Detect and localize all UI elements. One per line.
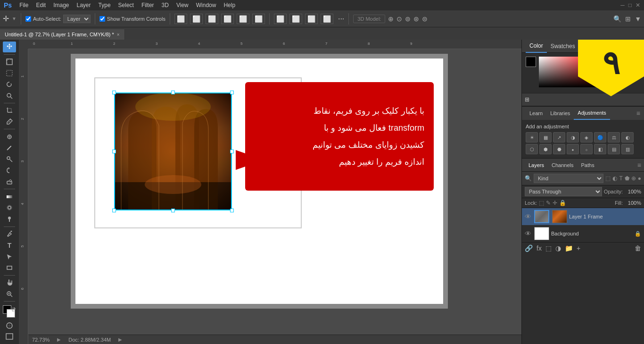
layer-item-frame[interactable]: 👁 Layer 1 Frame — [522, 208, 644, 225]
screen-mode-btn[interactable] — [3, 331, 16, 342]
align-middle-btn[interactable]: ⬜ — [237, 14, 249, 24]
fill-value[interactable]: 100% — [625, 200, 641, 206]
layers-kind-select[interactable]: Kind — [534, 174, 603, 183]
distribute-1-btn[interactable]: ⬜ — [274, 14, 287, 24]
quick-mask-btn[interactable] — [3, 320, 16, 331]
zoom-tool[interactable] — [3, 288, 16, 299]
move-tool-icon[interactable]: ✛ — [3, 14, 9, 23]
distribute-3-btn[interactable]: ⬜ — [305, 14, 318, 24]
levels-adj-icon[interactable]: ▦ — [539, 132, 552, 143]
lock-all-icon[interactable]: 🔒 — [559, 200, 566, 206]
filter-adj-icon[interactable]: ◐ — [612, 175, 617, 182]
document-canvas[interactable]: با یکبار کلیک بر روی فریم، نقاط transfor… — [71, 54, 448, 309]
healing-brush-tool[interactable] — [3, 131, 16, 142]
zoom-level[interactable]: 72.73% — [32, 337, 50, 343]
3d-icon-2[interactable]: ⊙ — [396, 15, 402, 23]
tool-arrow-icon[interactable]: ▼ — [12, 16, 17, 21]
filter-shape-icon[interactable]: ⬟ — [625, 175, 629, 182]
tab-layers[interactable]: Layers — [525, 159, 548, 172]
align-center-btn[interactable]: ⬜ — [190, 14, 203, 24]
tab-channels[interactable]: Channels — [548, 159, 577, 172]
handle-bottom-right[interactable] — [230, 209, 234, 212]
adj-menu-icon[interactable]: ≡ — [636, 109, 640, 117]
doc-size-expand-btn[interactable]: ▶ — [118, 337, 122, 342]
auto-select-dropdown[interactable]: Layer — [63, 15, 91, 23]
dodge-tool[interactable] — [3, 214, 16, 225]
quick-select-tool[interactable] — [3, 90, 16, 101]
rectangle-tool[interactable] — [3, 262, 16, 273]
document-tab[interactable]: Untitled-1 @ 72.7% (Layer 1 Frame, CMYK/… — [0, 29, 125, 40]
handle-top-left[interactable] — [112, 91, 116, 94]
eyedropper-tool[interactable] — [3, 117, 16, 127]
filter-type-icon[interactable]: T — [619, 175, 622, 182]
threshold-adj-icon[interactable]: ◧ — [594, 144, 606, 154]
bw-adj-icon[interactable]: ◐ — [621, 132, 634, 143]
align-bottom-btn[interactable]: ⬜ — [252, 14, 265, 24]
link-layers-btn[interactable]: 🔗 — [525, 244, 533, 252]
invert-adj-icon[interactable]: ⬥ — [567, 144, 579, 154]
type-tool[interactable]: T — [3, 240, 16, 251]
color-lookup-adj-icon[interactable]: ⬣ — [553, 144, 565, 154]
distribute-4-btn[interactable]: ⬜ — [321, 14, 333, 24]
layers-menu-icon[interactable]: ≡ — [637, 161, 641, 169]
handle-bottom-left[interactable] — [112, 209, 116, 212]
properties-icon[interactable]: ⊞ — [525, 96, 529, 103]
selective-color-adj-icon[interactable]: ▥ — [621, 144, 634, 154]
add-mask-btn[interactable]: ⬚ — [545, 244, 552, 252]
maximize-btn[interactable]: □ — [628, 2, 632, 8]
swap-colors-btn[interactable] — [11, 305, 16, 310]
transform-controls-checkbox[interactable] — [99, 16, 105, 22]
path-selection-tool[interactable] — [3, 251, 16, 262]
channel-mix-adj-icon[interactable]: ⬢ — [539, 144, 552, 154]
menu-file[interactable]: File — [19, 2, 28, 8]
add-layer-btn[interactable]: + — [577, 244, 580, 252]
handle-top-middle[interactable] — [171, 91, 175, 94]
3d-icon-1[interactable]: ⊕ — [388, 15, 394, 23]
handle-middle-left[interactable] — [112, 150, 116, 153]
add-adjustment-btn[interactable]: ◑ — [555, 244, 561, 252]
photo-filter-adj-icon[interactable]: ⬡ — [526, 144, 538, 154]
crop-tool[interactable] — [3, 105, 16, 116]
posterize-adj-icon[interactable]: ⬦ — [580, 144, 593, 154]
marquee-tool[interactable] — [3, 67, 16, 78]
tab-close-btn[interactable]: × — [117, 32, 120, 37]
workspace-icon[interactable]: ⊞ — [625, 15, 631, 23]
lasso-tool[interactable] — [3, 79, 16, 90]
artboard-tool[interactable] — [3, 57, 16, 67]
handle-top-right[interactable] — [230, 91, 234, 94]
layer-visibility-eye-2[interactable]: 👁 — [525, 230, 532, 237]
brush-tool[interactable] — [3, 143, 16, 153]
align-right-btn[interactable]: ⬜ — [206, 14, 218, 24]
clone-stamp-tool[interactable] — [3, 154, 16, 165]
color-balance-adj-icon[interactable]: ⚖ — [608, 132, 620, 143]
menu-type[interactable]: Type — [99, 2, 111, 8]
color-preview-swatch[interactable] — [526, 57, 536, 67]
lock-art-icon[interactable]: ✛ — [553, 200, 557, 206]
move-tool[interactable] — [3, 42, 16, 52]
3d-icon-4[interactable]: ⊛ — [413, 15, 419, 23]
layer-item-bg[interactable]: 👁 Background 🔒 — [522, 225, 644, 242]
minimize-btn[interactable]: ─ — [620, 2, 625, 8]
menu-edit[interactable]: Edit — [36, 2, 46, 8]
curves-adj-icon[interactable]: ↗ — [553, 132, 565, 143]
close-btn[interactable]: ✕ — [636, 2, 640, 8]
layer-visibility-eye-1[interactable]: 👁 — [525, 213, 532, 220]
tab-libraries[interactable]: Libraries — [546, 107, 574, 120]
distribute-2-btn[interactable]: ⬜ — [289, 14, 302, 24]
menu-window[interactable]: Window — [196, 2, 216, 8]
frame-container[interactable] — [114, 92, 232, 210]
hand-tool[interactable] — [3, 277, 16, 288]
status-arrow-btn[interactable]: ▶ — [57, 337, 61, 342]
menu-image[interactable]: Image — [53, 2, 69, 8]
handle-bottom-middle[interactable] — [171, 209, 175, 212]
tab-swatches[interactable]: Swatches — [547, 40, 579, 53]
tab-learn[interactable]: Learn — [526, 107, 546, 120]
exposure-adj-icon[interactable]: ◑ — [567, 132, 579, 143]
opacity-value[interactable]: 100% — [625, 189, 641, 194]
tab-paths[interactable]: Paths — [578, 159, 598, 172]
menu-select[interactable]: Select — [118, 2, 134, 8]
menu-layer[interactable]: Layer — [77, 2, 91, 8]
menu-view[interactable]: View — [176, 2, 189, 8]
filter-smart-icon[interactable]: ⊕ — [631, 175, 636, 182]
tab-color[interactable]: Color — [526, 40, 547, 53]
